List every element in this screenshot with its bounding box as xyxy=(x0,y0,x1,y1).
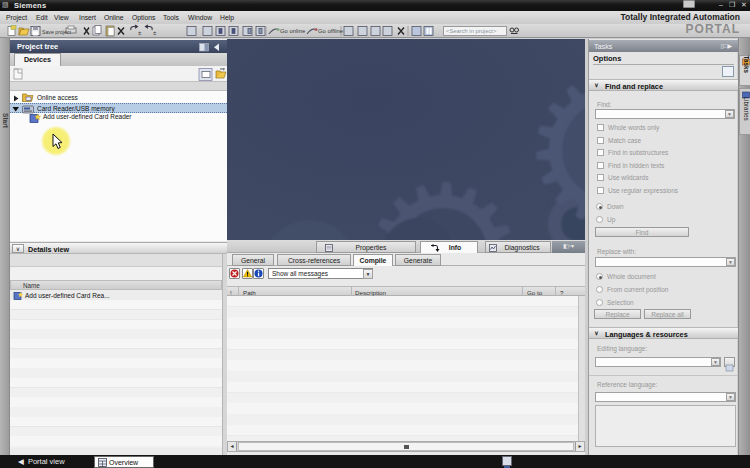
svg-text:±: ± xyxy=(153,30,157,36)
svg-text:±: ± xyxy=(138,30,142,36)
